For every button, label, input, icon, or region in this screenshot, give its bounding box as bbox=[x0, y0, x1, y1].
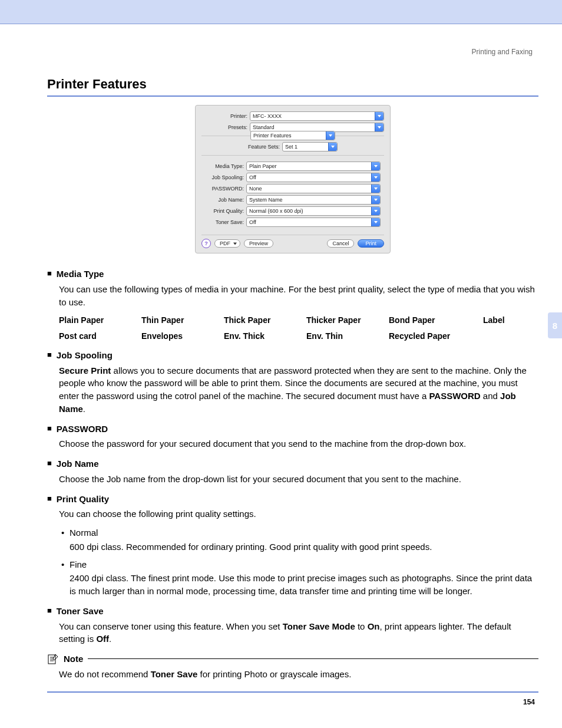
job-spooling-value: Off bbox=[249, 174, 256, 180]
job-name-select[interactable]: System Name bbox=[246, 195, 381, 205]
pdf-button[interactable]: PDF ▼PDF bbox=[214, 239, 240, 248]
table-cell bbox=[483, 330, 536, 342]
job-name-text: Choose the Job name from the drop-down l… bbox=[59, 473, 538, 486]
print-dialog: Printer: MFC- XXXX Presets: Standard Pri… bbox=[195, 105, 391, 253]
media-type-heading: ■Media Type bbox=[47, 268, 538, 281]
table-cell: Bond Paper bbox=[389, 314, 483, 326]
table-cell: Thin Paper bbox=[141, 314, 224, 326]
table-cell: Envelopes bbox=[141, 330, 224, 342]
note-icon bbox=[47, 653, 59, 665]
chevron-down-icon bbox=[326, 131, 335, 140]
printer-select[interactable]: MFC- XXXX bbox=[250, 111, 384, 121]
section-title: Printer Features bbox=[47, 77, 538, 92]
cancel-button[interactable]: Cancel bbox=[327, 239, 354, 248]
print-button[interactable]: Print bbox=[358, 239, 384, 248]
job-spooling-select[interactable]: Off bbox=[246, 173, 381, 182]
page-number: 154 bbox=[47, 697, 535, 707]
table-cell: Env. Thin bbox=[306, 330, 389, 342]
password-text: Choose the password for your secured doc… bbox=[59, 437, 538, 450]
chevron-down-icon bbox=[371, 162, 380, 170]
breadcrumb: Printing and Faxing bbox=[47, 48, 533, 56]
preview-button[interactable]: Preview bbox=[244, 239, 273, 248]
chevron-down-icon bbox=[371, 185, 380, 193]
toner-save-select[interactable]: Off bbox=[246, 218, 381, 227]
bottom-rule bbox=[47, 691, 538, 693]
table-cell: Recycled Paper bbox=[389, 330, 483, 342]
featuresets-value: Set 1 bbox=[285, 144, 297, 150]
table-cell: Env. Thick bbox=[224, 330, 306, 342]
print-quality-value: Normal (600 x 600 dpi) bbox=[249, 208, 303, 214]
note-header: Note bbox=[47, 653, 538, 666]
chevron-down-icon bbox=[371, 218, 380, 226]
media-type-label: Media Type: bbox=[205, 163, 246, 169]
chevron-down-icon bbox=[371, 173, 380, 182]
pq-normal-label: Normal bbox=[61, 526, 538, 539]
note-body: We do not recommend Toner Save for print… bbox=[59, 668, 538, 681]
pane-value: Printer Features bbox=[253, 133, 292, 139]
chevron-down-icon bbox=[371, 207, 380, 215]
pq-fine-label: Fine bbox=[61, 558, 538, 571]
job-name-label: Job Name: bbox=[205, 197, 246, 203]
print-quality-heading: ■Print Quality bbox=[47, 493, 538, 506]
help-icon[interactable]: ? bbox=[201, 239, 211, 248]
toner-save-label: Toner Save: bbox=[205, 219, 246, 225]
toner-save-value: Off bbox=[249, 219, 256, 225]
job-name-value: System Name bbox=[249, 197, 283, 203]
toner-save-heading: ■Toner Save bbox=[47, 605, 538, 618]
print-quality-select[interactable]: Normal (600 x 600 dpi) bbox=[246, 206, 381, 216]
printer-label: Printer: bbox=[201, 113, 250, 119]
section-rule bbox=[47, 95, 538, 97]
print-quality-intro: You can choose the following print quali… bbox=[59, 508, 538, 521]
password-heading: ■PASSWORD bbox=[47, 423, 538, 436]
table-cell: Post card bbox=[59, 330, 141, 342]
media-type-text: You can use the following types of media… bbox=[59, 283, 538, 309]
media-type-value: Plain Paper bbox=[249, 163, 277, 169]
presets-value: Standard bbox=[253, 124, 275, 130]
pane-select[interactable]: Printer Features bbox=[250, 131, 335, 140]
pq-fine-text: 2400 dpi class. The finest print mode. U… bbox=[70, 572, 538, 598]
media-type-select[interactable]: Plain Paper bbox=[246, 162, 381, 171]
job-name-heading: ■Job Name bbox=[47, 457, 538, 470]
password-label: PASSWORD: bbox=[205, 186, 246, 192]
table-cell: Thick Paper bbox=[224, 314, 306, 326]
featuresets-select[interactable]: Set 1 bbox=[282, 142, 338, 151]
featuresets-label: Feature Sets: bbox=[248, 144, 282, 150]
top-band bbox=[0, 0, 562, 24]
media-type-table: Plain Paper Thin Paper Thick Paper Thick… bbox=[59, 314, 538, 342]
table-cell: Label bbox=[483, 314, 536, 326]
chevron-down-icon bbox=[375, 123, 384, 131]
chevron-down-icon bbox=[375, 112, 384, 120]
password-value: None bbox=[249, 186, 262, 192]
chevron-down-icon bbox=[328, 143, 337, 151]
password-select[interactable]: None bbox=[246, 184, 381, 193]
chevron-down-icon bbox=[371, 196, 380, 204]
presets-label: Presets: bbox=[201, 124, 250, 130]
table-cell: Thicker Paper bbox=[306, 314, 389, 326]
note-divider bbox=[88, 658, 538, 659]
toner-save-text: You can conserve toner using this featur… bbox=[59, 620, 538, 646]
job-spooling-text: Secure Print allows you to secure docume… bbox=[59, 364, 538, 416]
job-spooling-heading: ■Job Spooling bbox=[47, 349, 538, 362]
note-label: Note bbox=[64, 653, 83, 666]
table-cell: Plain Paper bbox=[59, 314, 141, 326]
print-quality-label: Print Quality: bbox=[205, 208, 246, 214]
pq-normal-text: 600 dpi class. Recommended for ordinary … bbox=[70, 541, 538, 554]
job-spooling-label: Job Spooling: bbox=[205, 174, 246, 180]
printer-value: MFC- XXXX bbox=[253, 113, 282, 119]
